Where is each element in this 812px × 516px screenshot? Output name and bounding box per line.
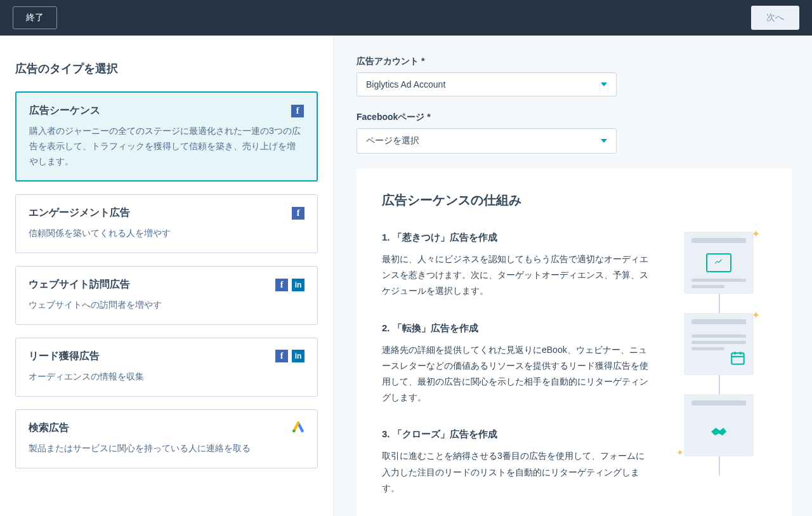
topbar: 終了 次へ [0,0,812,36]
facebook-icon: f [275,350,288,362]
svg-point-0 [292,430,296,433]
exit-button[interactable]: 終了 [13,6,57,29]
step-num: 1. [382,232,390,242]
card-title: エンゲージメント広告 [29,206,130,220]
step-3: 3.「クローズ」広告を作成 取引に進むことを納得させる3番目の広告を使用して、フ… [382,428,648,496]
sparkle-icon: ✦ [676,447,684,458]
ad-type-sequence[interactable]: 広告シーケンス f 購入者のジャーニーの全てのステージに最適化された一連の3つの… [15,91,318,182]
card-desc: ウェブサイトへの訪問者を増やす [29,298,304,313]
illustration-close: ✦ [684,394,754,456]
step-title: 「転換」広告を作成 [393,322,478,333]
card-title: 検索広告 [29,421,69,435]
illustration-convert: ✦ [684,313,754,375]
card-desc: 製品またはサービスに関心を持っている人に連絡を取る [29,441,304,456]
explain-title: 広告シーケンスの仕組み [382,192,766,209]
sparkle-icon: ✦ [752,228,760,240]
steps-illustration: ✦ ✦ ✦ [671,232,766,516]
step-1: 1.「惹きつけ」広告を作成 最初に、人々にビジネスを認知してもらう広告で適切なオ… [382,232,648,300]
ad-type-website[interactable]: ウェブサイト訪問広告 fin ウェブサイトへの訪問者を増やす [15,266,318,325]
explanation-card: 広告シーケンスの仕組み 1.「惹きつけ」広告を作成 最初に、人々にビジネスを認知… [357,169,792,516]
fb-page-label: Facebookページ * [357,112,792,123]
section-title: 広告のタイプを選択 [15,61,318,76]
facebook-icon: f [275,279,288,291]
ad-account-label: 広告アカウント * [357,56,792,67]
step-num: 2. [382,322,390,333]
step-num: 3. [382,428,390,439]
calendar-icon [730,350,746,366]
step-title: 「クローズ」広告を作成 [393,428,497,439]
left-panel: 広告のタイプを選択 広告シーケンス f 購入者のジャーニーの全てのステージに最適… [0,36,333,516]
ad-type-engagement[interactable]: エンゲージメント広告 f 信頼関係を築いてくれる人を増やす [15,194,318,253]
facebook-icon: f [291,105,304,117]
sparkle-icon: ✦ [752,309,760,321]
right-panel: 広告アカウント * Biglytics Ad Account Facebookペ… [333,36,812,516]
select-value: ページを選択 [366,135,419,147]
ad-account-select[interactable]: Biglytics Ad Account [357,72,617,96]
step-desc: 取引に進むことを納得させる3番目の広告を使用して、フォームに入力した注目のリード… [382,448,648,496]
chevron-down-icon [601,83,607,86]
google-ads-icon [292,421,304,434]
next-button[interactable]: 次へ [751,6,799,30]
step-desc: 最初に、人々にビジネスを認知してもらう広告で適切なオーディエンスを惹きつけます。… [382,251,648,300]
card-desc: 信頼関係を築いてくれる人を増やす [29,226,304,241]
handshake-icon [707,420,730,443]
facebook-icon: f [292,207,304,220]
step-title: 「惹きつけ」広告を作成 [393,232,497,242]
card-title: リード獲得広告 [29,350,100,363]
chevron-down-icon [601,139,607,143]
fb-page-select[interactable]: ページを選択 [357,128,617,154]
card-desc: 購入者のジャーニーの全てのステージに最適化された一連の3つの広告を表示して、トラ… [29,124,304,169]
linkedin-icon: in [292,350,304,362]
step-2: 2.「転換」広告を作成 連絡先の詳細を提供してくれた見返りにeBook、ウェビナ… [382,322,648,406]
step-desc: 連絡先の詳細を提供してくれた見返りにeBook、ウェビナー、ニュースレターなどの… [382,342,648,406]
steps-text: 1.「惹きつけ」広告を作成 最初に、人々にビジネスを認知してもらう広告で適切なオ… [382,232,648,516]
linkedin-icon: in [292,279,304,291]
card-desc: オーディエンスの情報を収集 [29,369,304,385]
card-title: 広告シーケンス [29,104,100,117]
ad-type-lead[interactable]: リード獲得広告 fin オーディエンスの情報を収集 [15,338,318,397]
ad-type-search[interactable]: 検索広告 製品またはサービスに関心を持っている人に連絡を取る [15,409,318,468]
select-value: Biglytics Ad Account [366,79,445,89]
main-layout: 広告のタイプを選択 広告シーケンス f 購入者のジャーニーの全てのステージに最適… [0,36,812,516]
illustration-attract: ✦ [684,232,754,294]
svg-rect-1 [731,353,744,364]
card-title: ウェブサイト訪問広告 [29,278,130,291]
